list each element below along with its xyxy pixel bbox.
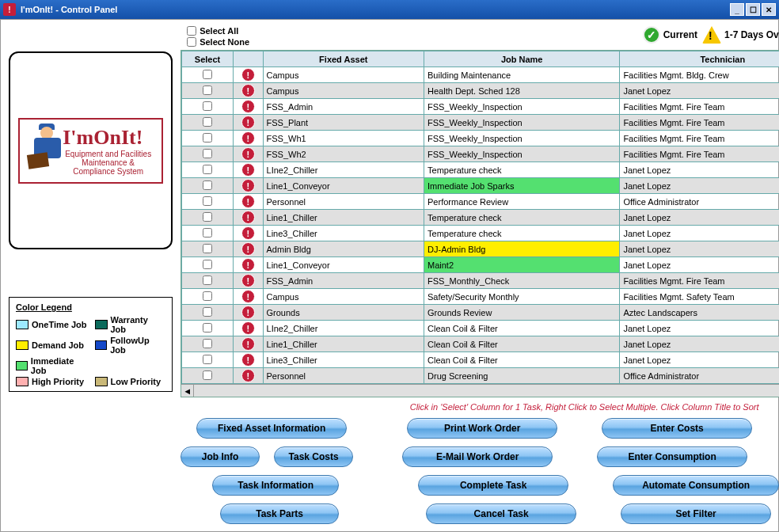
- job-cell[interactable]: Temperature check: [424, 226, 620, 241]
- job-cell[interactable]: FSS_Weekly_Inspection: [424, 115, 620, 131]
- fixed-asset-info-button[interactable]: Fixed Asset Information: [196, 418, 347, 439]
- job-cell[interactable]: DJ-Admin Bldg: [424, 241, 620, 257]
- table-row[interactable]: !FSS_PlantFSS_Weekly_InspectionFacilitie…: [182, 115, 779, 131]
- row-checkbox[interactable]: [203, 370, 212, 380]
- row-checkbox[interactable]: [203, 149, 212, 158]
- col-header-select[interactable]: Select: [182, 51, 234, 67]
- horizontal-scrollbar[interactable]: ◄: [181, 384, 779, 397]
- asset-cell[interactable]: FSS_Plant: [263, 115, 424, 131]
- select-cell[interactable]: [182, 99, 234, 115]
- job-cell[interactable]: Temperature check: [424, 210, 620, 226]
- row-checkbox[interactable]: [203, 180, 212, 190]
- row-checkbox[interactable]: [203, 260, 212, 269]
- technician-cell[interactable]: Janet Lopez: [620, 336, 779, 352]
- row-checkbox[interactable]: [203, 101, 212, 111]
- technician-cell[interactable]: Facilities Mgmt. Safety Team: [620, 289, 779, 305]
- col-header-tech[interactable]: Technician: [620, 51, 779, 67]
- technician-cell[interactable]: Facilities Mgmt. Fire Team: [620, 146, 779, 162]
- job-cell[interactable]: FSS_Weekly_Inspection: [424, 131, 620, 146]
- select-cell[interactable]: [182, 368, 234, 384]
- job-cell[interactable]: Maint2: [424, 257, 620, 273]
- table-row[interactable]: !CampusBuilding MaintenanceFacilities Mg…: [182, 67, 779, 83]
- enter-consumption-button[interactable]: Enter Consumption: [597, 446, 747, 467]
- asset-cell[interactable]: Grounds: [263, 305, 424, 321]
- select-cell[interactable]: [182, 146, 234, 162]
- asset-cell[interactable]: FSS_Admin: [263, 99, 424, 115]
- table-row[interactable]: !PersonnelPerformance ReviewOffice Admin…: [182, 194, 779, 210]
- select-cell[interactable]: [182, 241, 234, 257]
- row-checkbox[interactable]: [203, 165, 212, 174]
- job-cell[interactable]: Performance Review: [424, 194, 620, 210]
- cancel-task-button[interactable]: Cancel Task: [426, 504, 576, 524]
- job-cell[interactable]: Clean Coil & Filter: [424, 352, 620, 368]
- table-row[interactable]: !FSS_AdminFSS_Weekly_InspectionFacilitie…: [182, 99, 779, 115]
- select-cell[interactable]: [182, 321, 234, 336]
- select-cell[interactable]: [182, 210, 234, 226]
- technician-cell[interactable]: Office Administrator: [620, 368, 779, 384]
- asset-cell[interactable]: Campus: [263, 67, 424, 83]
- table-row[interactable]: !Line3_ChillerTemperature checkJanet Lop…: [182, 226, 779, 241]
- technician-cell[interactable]: Janet Lopez: [620, 241, 779, 257]
- select-none-checkbox[interactable]: Select None: [187, 37, 249, 47]
- asset-cell[interactable]: Personnel: [263, 194, 424, 210]
- asset-cell[interactable]: FSS_Wh1: [263, 131, 424, 146]
- row-checkbox[interactable]: [203, 117, 212, 127]
- asset-cell[interactable]: Admin Bldg: [263, 241, 424, 257]
- select-cell[interactable]: [182, 115, 234, 131]
- col-header-icon[interactable]: [233, 51, 263, 67]
- table-row[interactable]: !FSS_Wh2FSS_Weekly_InspectionFacilities …: [182, 146, 779, 162]
- select-cell[interactable]: [182, 352, 234, 368]
- minimize-button[interactable]: _: [730, 3, 744, 16]
- job-info-button[interactable]: Job Info: [180, 446, 260, 467]
- asset-cell[interactable]: Line1_Chiller: [263, 210, 424, 226]
- select-cell[interactable]: [182, 305, 234, 321]
- technician-cell[interactable]: Janet Lopez: [620, 178, 779, 194]
- job-cell[interactable]: Building Maintenance: [424, 67, 620, 83]
- job-cell[interactable]: Clean Coil & Filter: [424, 321, 620, 336]
- job-cell[interactable]: Grounds Review: [424, 305, 620, 321]
- technician-cell[interactable]: Facilities Mgmt. Fire Team: [620, 115, 779, 131]
- table-row[interactable]: !GroundsGrounds ReviewAztec Landscapers0…: [182, 305, 779, 321]
- technician-cell[interactable]: Facilities Mgmt. Fire Team: [620, 273, 779, 289]
- asset-cell[interactable]: LIne2_Chiller: [263, 162, 424, 178]
- row-checkbox[interactable]: [203, 307, 212, 317]
- job-cell[interactable]: FSS_Weekly_Inspection: [424, 146, 620, 162]
- table-row[interactable]: !CampusSafety/Security MonthlyFacilities…: [182, 289, 779, 305]
- task-costs-button[interactable]: Task Costs: [274, 446, 353, 467]
- row-checkbox[interactable]: [203, 70, 212, 79]
- select-cell[interactable]: [182, 273, 234, 289]
- select-cell[interactable]: [182, 131, 234, 146]
- select-cell[interactable]: [182, 336, 234, 352]
- scroll-left-icon[interactable]: ◄: [181, 385, 194, 397]
- job-cell[interactable]: Temperature check: [424, 162, 620, 178]
- enter-costs-button[interactable]: Enter Costs: [602, 418, 752, 439]
- select-cell[interactable]: [182, 257, 234, 273]
- technician-cell[interactable]: Janet Lopez: [620, 226, 779, 241]
- technician-cell[interactable]: Janet Lopez: [620, 352, 779, 368]
- technician-cell[interactable]: Facilities Mgmt. Bldg. Crew: [620, 67, 779, 83]
- row-checkbox[interactable]: [203, 355, 212, 364]
- technician-cell[interactable]: Aztec Landscapers: [620, 305, 779, 321]
- automate-consumption-button[interactable]: Automate Consumption: [613, 475, 779, 496]
- select-cell[interactable]: [182, 226, 234, 241]
- select-all-checkbox[interactable]: Select All: [187, 26, 249, 36]
- table-row[interactable]: !Line3_ChillerClean Coil & FilterJanet L…: [182, 352, 779, 368]
- row-checkbox[interactable]: [203, 196, 212, 206]
- technician-cell[interactable]: Facilities Mgmt. Fire Team: [620, 99, 779, 115]
- asset-cell[interactable]: Personnel: [263, 368, 424, 384]
- job-cell[interactable]: Clean Coil & Filter: [424, 336, 620, 352]
- task-information-button[interactable]: Task Information: [212, 475, 339, 496]
- row-checkbox[interactable]: [203, 339, 212, 348]
- table-row[interactable]: !Admin BldgDJ-Admin BldgJanet Lopez03-23…: [182, 241, 779, 257]
- job-cell[interactable]: FSS_Weekly_Inspection: [424, 99, 620, 115]
- set-filter-button[interactable]: Set Filter: [621, 504, 771, 524]
- table-row[interactable]: !FSS_AdminFSS_Monthly_CheckFacilities Mg…: [182, 273, 779, 289]
- technician-cell[interactable]: Janet Lopez: [620, 162, 779, 178]
- table-row[interactable]: !PersonnelDrug ScreeningOffice Administr…: [182, 368, 779, 384]
- col-header-asset[interactable]: Fixed Asset: [263, 51, 424, 67]
- table-row[interactable]: !LIne2_ChillerClean Coil & FilterJanet L…: [182, 321, 779, 336]
- asset-cell[interactable]: Line1_Conveyor: [263, 257, 424, 273]
- job-cell[interactable]: Immediate Job Sparks: [424, 178, 620, 194]
- technician-cell[interactable]: Office Administrator: [620, 194, 779, 210]
- technician-cell[interactable]: Facilities Mgmt. Fire Team: [620, 131, 779, 146]
